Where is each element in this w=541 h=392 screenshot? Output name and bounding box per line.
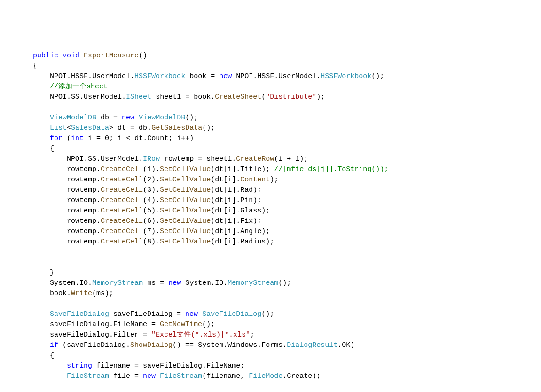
code-line: List<SalesData> dt = db.GetSalesData(); [33, 124, 215, 132]
code-line: rowtemp.CreateCell(4).SetCellValue(dt[i]… [33, 196, 261, 204]
method: GetNowTime [160, 321, 202, 329]
method: SetCellValue [160, 227, 211, 235]
type: IRow [143, 155, 160, 163]
type: UserModel [84, 93, 122, 101]
method: CreateCell [101, 186, 143, 194]
code-line: SaveFileDialog saveFileDialog = new Save… [33, 310, 274, 318]
variable: ms [96, 290, 105, 298]
property: Pin [240, 196, 253, 204]
variable: saveFileDialog [113, 310, 172, 318]
type: ViewModelDB [50, 114, 96, 122]
type: IO [215, 279, 223, 287]
code-line: public void ExportMeasure() [33, 52, 147, 60]
property: Filter [113, 331, 139, 339]
brace-open: { [50, 352, 54, 360]
type: ViewModelDB [139, 114, 185, 122]
type: SS [71, 93, 79, 101]
variable: i [227, 207, 232, 215]
code-line: //添加一个sheet [33, 83, 108, 91]
code-line: rowtemp.CreateCell(6).SetCellValue(dt[i]… [33, 217, 261, 225]
number: 4 [147, 196, 151, 204]
type: SS [88, 155, 96, 163]
variable: i [227, 238, 232, 246]
variable: file [113, 372, 130, 380]
comment: //添加一个sheet [50, 83, 108, 91]
variable: i [227, 217, 232, 225]
keyword-new: new [122, 114, 134, 122]
variable: db [101, 114, 109, 122]
code-line: rowtemp.CreateCell(8).SetCellValue(dt[i]… [33, 238, 274, 246]
variable: filename [96, 362, 130, 370]
type: FileStream [160, 372, 202, 380]
variable: i [227, 227, 232, 235]
keyword-new: new [185, 310, 198, 318]
type: FileMode [249, 372, 282, 380]
variable: dt [118, 124, 126, 132]
variable: dt [215, 176, 223, 184]
code-line: for (int i = 0; i < dt.Count; i++) [33, 134, 194, 142]
variable: i [227, 165, 232, 173]
method: SetCellValue [160, 165, 211, 173]
type: SaveFileDialog [202, 310, 261, 318]
property: FileName [113, 321, 147, 329]
variable: rowtemp [67, 227, 96, 235]
type: HSSFWorkbook [321, 72, 371, 80]
variable: i [227, 186, 232, 194]
property: Count [147, 134, 168, 142]
method: CreateCell [101, 207, 143, 215]
variable: rowtemp [67, 186, 96, 194]
method: SetCellValue [160, 186, 211, 194]
number: 2 [147, 176, 151, 184]
code-line: NPOI.HSSF.UserModel.HSSFWorkbook book = … [33, 72, 384, 80]
operator: ++ [181, 134, 189, 142]
variable: book [194, 93, 211, 101]
code-line: FileStream file = new FileStream(filenam… [33, 372, 321, 380]
type: IO [79, 279, 88, 287]
code-line: rowtemp.CreateCell(3).SetCellValue(dt[i]… [33, 186, 261, 194]
number: 5 [147, 207, 151, 215]
number: 1 [295, 155, 299, 163]
property: Content [240, 176, 270, 184]
code-line: rowtemp.CreateCell(5).SetCellValue(dt[i]… [33, 207, 270, 215]
method: SetCellValue [160, 238, 211, 246]
type: HSSF [71, 72, 88, 80]
type: System [198, 341, 223, 349]
code-line: NPOI.SS.UserModel.IRow rowtemp = sheet1.… [33, 155, 308, 163]
property: Fix [240, 217, 253, 225]
variable: ms [147, 279, 156, 287]
type: NPOI [50, 93, 67, 101]
code-line: NPOI.SS.UserModel.ISheet sheet1 = book.C… [33, 93, 325, 101]
variable: rowtemp [67, 165, 96, 173]
type: UserModel [278, 72, 316, 80]
method: CreateCell [101, 176, 143, 184]
code-line: { [33, 145, 54, 153]
method: CreateSheet [215, 93, 261, 101]
variable: filename [206, 372, 240, 380]
keyword-int: int [71, 134, 84, 142]
number: 8 [147, 238, 151, 246]
property: Title [240, 165, 261, 173]
variable: i [118, 134, 122, 142]
code-line: ViewModelDB db = new ViewModelDB(); [33, 114, 198, 122]
variable: i [88, 134, 92, 142]
property: Glass [240, 207, 261, 215]
type: HSSFWorkbook [134, 72, 185, 80]
property: Radius [240, 238, 266, 246]
code-block: public void ExportMeasure() { NPOI.HSSF.… [33, 51, 532, 392]
type: ISheet [126, 93, 151, 101]
type: Forms [261, 341, 282, 349]
code-line: } [33, 269, 54, 277]
variable: rowtemp [67, 238, 96, 246]
brace-close: } [50, 269, 54, 277]
number: 1 [147, 165, 151, 173]
keyword-new: new [143, 372, 156, 380]
keyword-for: for [50, 134, 63, 142]
variable: i [227, 176, 232, 184]
property: Angle [240, 227, 261, 235]
method: CreateRow [236, 155, 274, 163]
variable: dt [215, 217, 223, 225]
code-line: saveFileDialog.Filter = "Excel文件(*.xls)|… [33, 331, 254, 339]
method: SetCellValue [160, 217, 211, 225]
code-line: if (saveFileDialog.ShowDialog() == Syste… [33, 341, 354, 349]
code-line: { [33, 352, 54, 360]
